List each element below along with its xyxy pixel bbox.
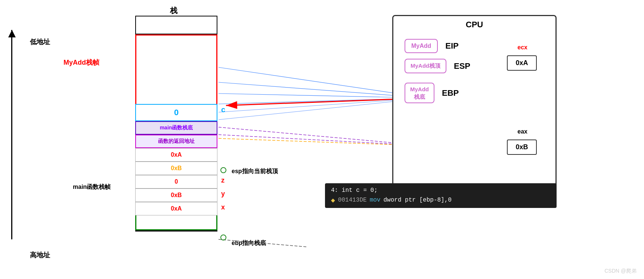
eip-label: EIP [445,41,458,51]
oxa-value: 0xA [171,151,182,158]
esp-value-box: MyAdd栈顶 [405,59,446,73]
return-addr-text: 函数的返回地址 [158,138,195,145]
myadd-frame-label: MyAdd栈帧 [64,58,99,67]
eip-value-box: MyAdd [405,39,438,53]
ebp-reg-label: EBP [442,88,459,98]
code-bullet-icon: ◆ [331,196,335,204]
code-line2: ◆ 001413DE mov dword ptr [ebp-8],0 [331,196,551,204]
ecx-label: ecx [517,44,527,51]
code-instr: mov [370,197,381,203]
stack-cell-y: 0xB [135,188,217,202]
oxb-value: 0xB [171,165,182,172]
code-operand: dword ptr [ebp-8],0 [383,197,451,203]
stack-title: 栈 [129,6,219,16]
main-frame-label: main函数栈帧 [73,183,111,191]
stack-cell-oxb: 0xB [135,162,217,175]
code-box: 4: int c = 0; ◆ 001413DE mov dword ptr [… [325,183,557,208]
stack-myadd-frame [135,34,217,105]
x-value: 0xA [171,205,182,212]
code-line1: 4: int c = 0; [331,187,551,194]
stack-cell-empty [135,16,217,34]
eax-value-box: 0xB [507,140,537,155]
main-bottom-text: main函数栈底 [160,125,193,131]
svg-point-12 [221,235,226,240]
high-address-label: 高地址 [30,251,50,260]
x-label: x [221,203,225,211]
eax-label: eax [517,128,527,135]
z-value: 0 [175,178,178,185]
stack-cell-c: 0 [135,104,217,121]
low-address-label: 低地址 [30,37,50,46]
watermark: CSDN @爬弟 [604,268,637,275]
stack-bottom-border [135,230,217,232]
direction-arrow [11,30,12,239]
cpu-box: CPU MyAdd EIP MyAdd栈顶 ESP MyAdd 栈底 EBP e… [392,15,557,191]
stack-cell-return-addr: 函数的返回地址 [135,135,217,148]
stack-cell-x: 0xA [135,202,217,215]
esp-reg-label: ESP [454,61,470,71]
ecx-value-box: 0xA [507,55,537,71]
stack-cell-oxa: 0xA [135,148,217,162]
stack-cell-main-bottom: main函数栈底 [135,121,217,135]
y-value: 0xB [171,192,182,199]
c-label: c [221,105,225,114]
stack-cell-z: 0 [135,175,217,188]
ebp-value-box: MyAdd 栈底 [405,83,434,103]
ebp-label: ebp指向栈底 [232,239,266,247]
esp-label: esp指向当前栈顶 [232,168,278,175]
svg-point-11 [221,168,226,173]
y-label: y [221,190,225,198]
cpu-title: CPU [393,20,555,30]
code-addr: 001413DE [338,197,367,203]
z-label: z [221,177,225,184]
c-value: 0 [174,108,179,117]
